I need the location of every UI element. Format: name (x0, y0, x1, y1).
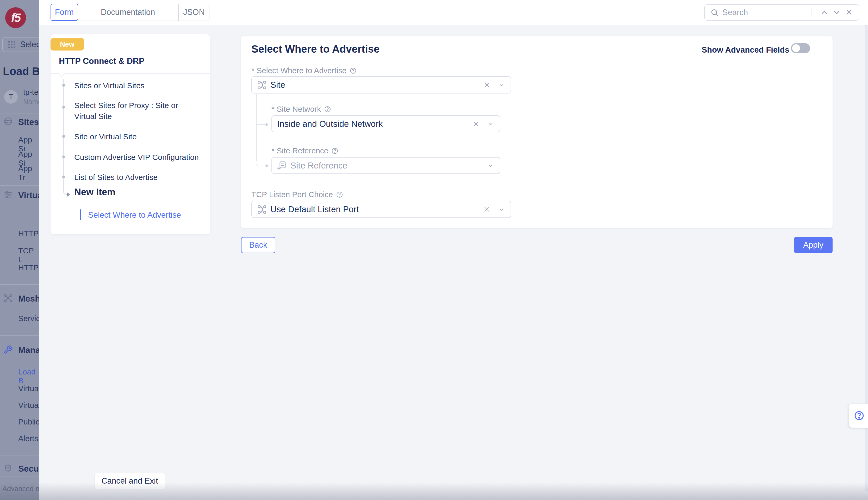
help-question-icon (854, 410, 864, 421)
new-badge: New (50, 38, 84, 50)
tab-documentation[interactable]: Documentation (78, 4, 179, 21)
tab-form[interactable]: Form (50, 4, 78, 21)
chevron-down-icon[interactable] (832, 8, 841, 17)
field-label-text: * Select Where to Advertise (251, 66, 347, 75)
field-label-text: TCP Listen Port Choice (251, 190, 333, 199)
step-sites-or-virtual-sites[interactable]: Sites or Virtual Sites (74, 80, 201, 91)
form-heading: Select Where to Advertise (251, 43, 380, 55)
sidebar-divider (0, 284, 39, 285)
field-label-text: * Site Reference (271, 146, 328, 155)
show-advanced-fields-toggle[interactable] (791, 43, 810, 53)
chevron-down-icon[interactable] (498, 81, 505, 89)
sidebar-divider (0, 185, 39, 186)
select-placeholder: Site Reference (291, 161, 487, 171)
sidebar-item[interactable]: Virtua (18, 384, 38, 393)
shield-icon (3, 464, 13, 473)
help-fab[interactable] (849, 404, 868, 428)
select-where-to-advertise[interactable]: Site (251, 76, 511, 93)
wizard-panel: New HTTP Connect & DRP Sites or Virtual … (50, 34, 210, 234)
mesh-icon (3, 294, 13, 303)
wrench-icon (3, 345, 13, 354)
step-select-sites-for-proxy[interactable]: Select Sites for Proxy : Site or Virtual… (74, 100, 201, 122)
tab-json[interactable]: JSON (179, 4, 210, 21)
sidebar-divider (0, 114, 39, 114)
select-site-reference[interactable]: Site Reference (271, 157, 500, 174)
sidebar-item-load-balancers[interactable]: Load B (18, 367, 39, 385)
tenant-avatar[interactable]: T (4, 90, 18, 104)
sidebar-divider (0, 477, 39, 477)
field-label-site-network: * Site Network (271, 105, 331, 114)
sidebar-item[interactable]: TCP L (18, 246, 39, 264)
help-circle-icon[interactable] (324, 106, 331, 113)
back-button[interactable]: Back (241, 237, 275, 253)
tree-dot (266, 123, 268, 126)
modal-top-bar: Form Documentation JSON (39, 0, 868, 25)
tree-dot (266, 164, 268, 167)
sidebar-group-security[interactable]: Secur (18, 464, 39, 474)
step-dot (62, 175, 65, 178)
collapse-notch[interactable] (59, 71, 65, 77)
wizard-title: HTTP Connect & DRP (59, 56, 144, 66)
step-new-item[interactable]: New Item (74, 187, 115, 198)
clear-icon[interactable] (472, 120, 480, 128)
sidebar-item[interactable]: Servic (18, 314, 39, 323)
clear-icon[interactable] (483, 81, 491, 89)
select-service-label: Selec (20, 40, 39, 49)
field-label-site-reference: * Site Reference (271, 146, 338, 155)
advanced-nav-note: Advanced na (2, 485, 39, 493)
select-value: Site (270, 80, 483, 90)
select-tcp-listen-port[interactable]: Use Default Listen Port (251, 201, 511, 218)
select-site-network[interactable]: Inside and Outside Network (271, 115, 500, 132)
chevron-down-icon[interactable] (487, 162, 494, 170)
sidebar-item[interactable]: HTTP (18, 229, 38, 238)
close-search-icon[interactable] (845, 8, 854, 17)
help-circle-icon[interactable] (350, 67, 357, 74)
f5-logo[interactable]: f5 (5, 7, 26, 28)
globe-icon (3, 117, 13, 126)
reference-doc-icon (277, 161, 287, 170)
clear-icon[interactable] (483, 205, 491, 213)
sidebar-item[interactable]: App Tr (18, 164, 39, 182)
page-title: Load Ba (3, 65, 39, 78)
advanced-fields-label: Show Advanced Fields (702, 45, 789, 55)
chevron-down-icon[interactable] (487, 120, 494, 128)
sidebar-item[interactable]: Public (18, 418, 39, 426)
step-dot (62, 135, 65, 138)
cancel-and-exit-button[interactable]: Cancel and Exit (94, 473, 165, 489)
step-dot (62, 106, 65, 109)
sidebar-item[interactable]: HTTP (18, 263, 38, 272)
step-dot (62, 84, 65, 87)
field-label-tcp-listen-port: TCP Listen Port Choice (251, 190, 343, 199)
tree-connector (261, 166, 265, 167)
step-site-or-virtual-site[interactable]: Site or Virtual Site (74, 131, 201, 142)
search-box (704, 4, 859, 21)
tree-line (256, 94, 257, 161)
select-value: Use Default Listen Port (270, 204, 483, 214)
help-circle-icon[interactable] (331, 147, 338, 155)
select-value: Inside and Outside Network (277, 119, 472, 129)
sidebar-group-mesh[interactable]: Mesh (18, 294, 39, 304)
chevron-down-icon[interactable] (498, 205, 505, 213)
step-custom-advertise-vip[interactable]: Custom Advertise VIP Configuration (74, 152, 201, 163)
sidebar-group-sites[interactable]: Sites (18, 117, 39, 127)
help-circle-icon[interactable] (336, 191, 343, 198)
select-service-button[interactable]: Selec (2, 37, 39, 52)
mesh-icon (257, 80, 267, 90)
current-step-arrow-icon (67, 192, 70, 197)
active-substep-bar (80, 209, 81, 220)
sidebar-item[interactable]: Alerts (18, 434, 38, 443)
apply-button[interactable]: Apply (794, 237, 833, 253)
tenant-subtitle: Name (23, 98, 39, 106)
sidebar-divider (0, 336, 39, 336)
sidebar-group-virtual-hosts[interactable]: Virtua (18, 190, 39, 200)
sidebar-group-manage[interactable]: Mana (18, 345, 39, 355)
step-list-of-sites[interactable]: List of Sites to Advertise (74, 172, 201, 183)
tree-elbow (256, 161, 261, 166)
substep-select-where-to-advertise[interactable]: Select Where to Advertise (88, 211, 181, 220)
virtual-hosts-icon (3, 190, 13, 200)
search-input[interactable] (722, 8, 809, 17)
sidebar: f5 Selec Load Ba T tp-te Name Sites App … (0, 0, 39, 500)
sidebar-item[interactable]: Virtua (18, 401, 38, 410)
field-label-where: * Select Where to Advertise (251, 66, 357, 75)
chevron-up-icon[interactable] (820, 8, 828, 17)
